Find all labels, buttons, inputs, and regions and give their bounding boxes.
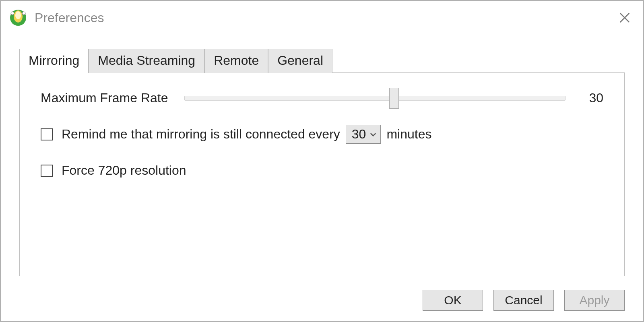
tabstrip: Mirroring Media Streaming Remote General: [19, 48, 625, 73]
slider-thumb[interactable]: [389, 88, 399, 109]
row-force-720p: Force 720p resolution: [41, 163, 603, 178]
tab-media-streaming[interactable]: Media Streaming: [89, 49, 204, 73]
max-framerate-slider[interactable]: [184, 96, 566, 101]
tab-label: Mirroring: [29, 53, 79, 68]
button-label: Cancel: [505, 293, 542, 307]
preferences-window: Preferences Mirroring Media Streaming Re…: [0, 0, 644, 322]
force-720p-label: Force 720p resolution: [62, 163, 186, 178]
max-framerate-label: Maximum Frame Rate: [41, 91, 168, 105]
row-max-framerate: Maximum Frame Rate 30: [41, 91, 603, 105]
svg-point-4: [22, 12, 25, 15]
ok-button[interactable]: OK: [423, 290, 483, 311]
max-framerate-value: 30: [578, 91, 603, 105]
cancel-button[interactable]: Cancel: [493, 290, 554, 311]
svg-point-3: [11, 12, 14, 15]
button-label: OK: [444, 293, 461, 307]
force-720p-checkbox[interactable]: [41, 165, 53, 177]
tab-panel-mirroring: Maximum Frame Rate 30 Remind me that mir…: [19, 72, 625, 276]
remind-label-before: Remind me that mirroring is still connec…: [62, 127, 340, 142]
remind-label-after: minutes: [386, 127, 431, 142]
apply-button[interactable]: Apply: [564, 290, 625, 311]
window-title: Preferences: [35, 10, 615, 25]
titlebar: Preferences: [1, 1, 643, 32]
tab-remote[interactable]: Remote: [204, 49, 268, 73]
tab-general[interactable]: General: [268, 49, 332, 73]
chevron-down-icon: [370, 130, 376, 139]
dialog-buttons: OK Cancel Apply: [1, 280, 643, 321]
tab-mirroring[interactable]: Mirroring: [19, 49, 89, 73]
slider-track[interactable]: [184, 96, 566, 101]
close-icon[interactable]: [615, 8, 634, 27]
dialog-body: Mirroring Media Streaming Remote General…: [1, 32, 643, 280]
tab-label: Media Streaming: [98, 53, 195, 68]
tab-label: Remote: [214, 53, 259, 68]
button-label: Apply: [579, 293, 609, 307]
svg-point-2: [15, 11, 21, 19]
remind-interval-dropdown[interactable]: 30: [346, 125, 381, 144]
row-remind-connected: Remind me that mirroring is still connec…: [41, 125, 603, 144]
app-icon: [10, 9, 27, 26]
remind-checkbox[interactable]: [41, 128, 53, 140]
tab-label: General: [277, 53, 323, 68]
remind-interval-value: 30: [352, 127, 366, 142]
